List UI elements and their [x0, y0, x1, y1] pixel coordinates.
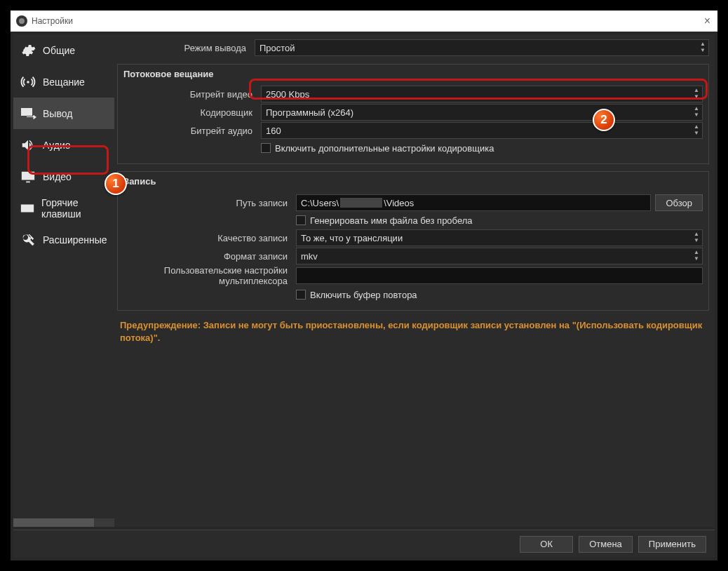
streaming-group: Потоковое вещание Битрейт видео 2500 Kbp… — [117, 64, 709, 164]
gen-filename-label: Генерировать имя файла без пробела — [310, 215, 473, 226]
record-quality-value: То же, что у трансляции — [301, 233, 403, 243]
gen-filename-checkbox[interactable] — [296, 215, 306, 225]
apply-button[interactable]: Применить — [638, 536, 706, 553]
gear-icon — [19, 41, 37, 60]
encoder-value: Программный (x264) — [266, 107, 353, 118]
replay-buffer-checkbox[interactable] — [296, 290, 306, 300]
record-path-label: Путь записи — [123, 198, 292, 208]
settings-window: Настройки × Общие Вещание — [11, 11, 717, 560]
sidebar-item-label: Вывод — [43, 108, 72, 119]
streaming-title: Потоковое вещание — [123, 69, 703, 79]
warning-text: Предупреждение: Записи не могут быть при… — [117, 315, 709, 349]
sidebar-item-output[interactable]: Вывод — [13, 98, 114, 129]
broadcast-icon — [19, 73, 37, 91]
audio-bitrate-dropdown[interactable]: 160 ▲▼ — [261, 122, 703, 139]
annotation-badge-1: 1 — [105, 173, 127, 195]
app-icon — [16, 15, 27, 27]
keyboard-icon — [19, 199, 36, 217]
mux-input[interactable] — [296, 267, 703, 284]
record-format-dropdown[interactable]: mkv ▲▼ — [296, 248, 703, 264]
titlebar: Настройки × — [11, 11, 717, 32]
adv-encoder-row: Включить дополнительные настройки кодиро… — [261, 140, 703, 156]
sidebar-item-general[interactable]: Общие — [13, 34, 114, 66]
window-title: Настройки — [32, 16, 73, 26]
adv-encoder-checkbox[interactable] — [261, 143, 271, 153]
encoder-dropdown[interactable]: Программный (x264) ▲▼ — [261, 104, 703, 121]
output-mode-dropdown[interactable]: Простой ▲▼ — [255, 39, 709, 56]
monitor-icon — [19, 168, 37, 186]
scrollbar-thumb[interactable] — [13, 518, 94, 527]
chevron-updown-icon: ▲▼ — [694, 105, 699, 118]
video-bitrate-value: 2500 Kbps — [266, 89, 309, 100]
record-format-row: Формат записи mkv ▲▼ — [123, 247, 703, 265]
sidebar-item-hotkeys[interactable]: Горячие клавиши — [13, 192, 114, 224]
record-path-suffix: \Videos — [384, 198, 414, 208]
ok-button[interactable]: ОК — [520, 536, 573, 553]
encoder-row: Кодировщик Программный (x264) ▲▼ — [123, 103, 703, 121]
audio-bitrate-value: 160 — [266, 126, 281, 136]
video-bitrate-input[interactable]: 2500 Kbps ▲▼ — [261, 86, 703, 102]
main-content: Режим вывода Простой ▲▼ Потоковое вещани… — [114, 34, 715, 527]
speaker-icon — [19, 136, 37, 154]
sidebar-item-label: Расширенные — [43, 234, 107, 246]
annotation-badge-2: 2 — [593, 109, 615, 131]
adv-encoder-label: Включить дополнительные настройки кодиро… — [275, 143, 494, 154]
recording-group: Запись Путь записи C:\Users\ \Videos Обз… — [117, 171, 709, 311]
output-mode-label: Режим вывода — [117, 43, 250, 53]
sidebar-item-audio[interactable]: Аудио — [13, 129, 114, 161]
mux-label: Пользовательские настройки мультиплексор… — [123, 265, 292, 286]
replay-buffer-row: Включить буфер повтора — [296, 286, 703, 303]
redacted-segment — [340, 198, 382, 208]
spinner-icon[interactable]: ▲▼ — [694, 87, 699, 100]
record-path-prefix: C:\Users\ — [301, 198, 339, 208]
audio-bitrate-label: Битрейт аудио — [123, 126, 257, 136]
recording-title: Запись — [123, 176, 703, 187]
sidebar-scrollbar[interactable] — [13, 518, 114, 527]
gen-filename-row: Генерировать имя файла без пробела — [296, 212, 703, 229]
chevron-updown-icon: ▲▼ — [694, 231, 699, 243]
sidebar-item-label: Вещание — [43, 76, 85, 88]
cancel-button[interactable]: Отмена — [579, 536, 633, 553]
record-format-value: mkv — [301, 251, 318, 262]
record-path-input[interactable]: C:\Users\ \Videos — [296, 194, 651, 211]
tools-icon — [19, 231, 37, 249]
output-mode-value: Простой — [259, 43, 295, 53]
audio-bitrate-row: Битрейт аудио 160 ▲▼ — [123, 121, 703, 140]
browse-button[interactable]: Обзор — [655, 194, 703, 211]
mux-row: Пользовательские настройки мультиплексор… — [123, 265, 703, 286]
sidebar-item-label: Аудио — [43, 140, 71, 151]
sidebar: Общие Вещание Вывод — [13, 34, 114, 527]
chevron-updown-icon: ▲▼ — [700, 41, 706, 53]
record-quality-dropdown[interactable]: То же, что у трансляции ▲▼ — [296, 229, 703, 246]
output-mode-row: Режим вывода Простой ▲▼ — [117, 39, 709, 57]
sidebar-item-video[interactable]: Видео — [13, 161, 114, 192]
record-quality-label: Качество записи — [123, 233, 292, 243]
sidebar-item-stream[interactable]: Вещание — [13, 66, 114, 98]
record-quality-row: Качество записи То же, что у трансляции … — [123, 229, 703, 247]
chevron-updown-icon: ▲▼ — [694, 123, 699, 136]
record-path-row: Путь записи C:\Users\ \Videos Обзор — [123, 194, 703, 212]
sidebar-item-label: Видео — [43, 171, 72, 182]
encoder-label: Кодировщик — [123, 107, 257, 118]
replay-buffer-label: Включить буфер повтора — [310, 290, 417, 300]
chevron-updown-icon: ▲▼ — [694, 249, 699, 262]
record-format-label: Формат записи — [123, 251, 292, 262]
output-icon — [19, 105, 37, 123]
sidebar-item-label: Горячие клавиши — [41, 197, 114, 220]
sidebar-item-label: Общие — [43, 45, 75, 56]
body: Общие Вещание Вывод — [11, 32, 717, 560]
footer: ОК Отмена Применить — [13, 530, 715, 558]
close-icon[interactable]: × — [704, 15, 710, 27]
video-bitrate-label: Битрейт видео — [123, 89, 257, 100]
sidebar-item-advanced[interactable]: Расширенные — [13, 224, 114, 255]
video-bitrate-row: Битрейт видео 2500 Kbps ▲▼ — [123, 85, 703, 103]
